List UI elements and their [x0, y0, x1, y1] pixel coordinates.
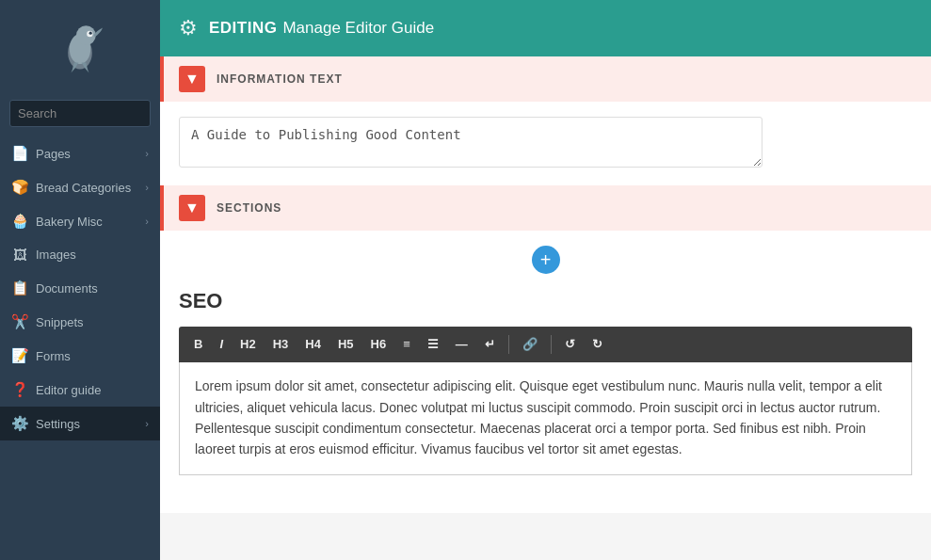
sidebar-item-bakery-misc[interactable]: 🧁 Bakery Misc › [0, 204, 160, 238]
sidebar-nav: 📄 Pages › 🍞 Bread Categories › 🧁 Bakery … [0, 136, 160, 560]
forms-icon: 📝 [11, 347, 28, 364]
information-text-input[interactable]: A Guide to Publishing Good Content [179, 117, 762, 168]
toolbar-separator [508, 335, 509, 354]
link-button[interactable]: 🔗 [515, 332, 545, 357]
search-box: 🔍 [9, 100, 151, 127]
sidebar-item-label: Bread Categories [36, 181, 145, 195]
h4-button[interactable]: H4 [297, 332, 329, 357]
rte-body[interactable]: Lorem ipsum dolor sit amet, consectetur … [179, 362, 912, 475]
sections-toggle[interactable]: ▼ [179, 195, 205, 221]
main-content: ⚙ EDITING Manage Editor Guide ▼ INFORMAT… [160, 0, 931, 560]
bakery-misc-icon: 🧁 [11, 213, 28, 230]
chevron-down-icon: ▼ [185, 200, 200, 216]
chevron-down-icon: ▼ [185, 71, 200, 88]
add-section-button[interactable]: + [532, 246, 560, 274]
sidebar-item-label: Settings [36, 417, 145, 431]
gear-icon: ⚙ [179, 16, 198, 40]
sections-content: + SEO B I H2 H3 H4 H5 H6 ≡ ☰ — ↵ [160, 231, 931, 513]
chevron-right-icon: › [145, 216, 149, 227]
information-text-toggle[interactable]: ▼ [179, 66, 205, 92]
sidebar-item-documents[interactable]: 📋 Documents [0, 271, 160, 305]
sidebar-item-label: Snippets [36, 315, 149, 329]
sections-header[interactable]: ▼ SECTIONS [160, 185, 931, 231]
h2-button[interactable]: H2 [233, 332, 264, 357]
undo-button[interactable]: ↺ [557, 332, 583, 357]
images-icon: 🖼 [11, 247, 28, 263]
sections-section: ▼ SECTIONS + SEO B I H2 H3 H4 H5 H6 [160, 185, 931, 513]
sidebar-item-snippets[interactable]: ✂️ Snippets [0, 305, 160, 339]
rte-toolbar: B I H2 H3 H4 H5 H6 ≡ ☰ — ↵ 🔗 ↺ ↻ [179, 327, 912, 362]
information-text-section: ▼ INFORMATION TEXT A Guide to Publishing… [160, 56, 931, 185]
sections-title: SECTIONS [217, 201, 281, 215]
chevron-right-icon: › [145, 182, 149, 193]
chevron-right-icon: › [145, 148, 149, 159]
editing-label: EDITING [209, 19, 277, 38]
settings-icon: ⚙️ [11, 415, 28, 432]
plus-icon: + [540, 249, 552, 271]
bread-categories-icon: 🍞 [11, 179, 28, 196]
header-subtitle: Manage Editor Guide [282, 19, 434, 38]
sidebar-item-images[interactable]: 🖼 Images [0, 238, 160, 271]
toolbar-separator-2 [551, 335, 552, 354]
editor-content: ▼ INFORMATION TEXT A Guide to Publishing… [160, 56, 931, 560]
pages-icon: 📄 [11, 145, 28, 162]
bird-logo-icon [56, 19, 104, 75]
bold-button[interactable]: B [186, 332, 210, 357]
h6-button[interactable]: H6 [363, 332, 394, 357]
documents-icon: 📋 [11, 280, 28, 296]
sidebar-item-pages[interactable]: 📄 Pages › [0, 136, 160, 170]
page-header: ⚙ EDITING Manage Editor Guide [160, 0, 931, 56]
information-text-header[interactable]: ▼ INFORMATION TEXT [160, 56, 931, 102]
seo-title: SEO [179, 289, 912, 313]
sidebar-item-forms[interactable]: 📝 Forms [0, 339, 160, 373]
sidebar-item-editor-guide[interactable]: ❓ Editor guide [0, 373, 160, 407]
svg-point-4 [89, 32, 92, 35]
redo-button[interactable]: ↻ [585, 332, 610, 357]
information-text-title: INFORMATION TEXT [217, 72, 343, 86]
h5-button[interactable]: H5 [330, 332, 361, 357]
sidebar-item-bread-categories[interactable]: 🍞 Bread Categories › [0, 170, 160, 204]
sidebar-item-label: Documents [36, 281, 149, 296]
italic-button[interactable]: I [212, 332, 231, 357]
h3-button[interactable]: H3 [265, 332, 297, 357]
snippets-icon: ✂️ [11, 313, 28, 330]
app-logo [0, 0, 160, 94]
enter-button[interactable]: ↵ [477, 332, 503, 357]
sidebar-item-label: Forms [36, 349, 149, 363]
ol-button[interactable]: ☰ [420, 332, 446, 357]
sidebar: 🔍 📄 Pages › 🍞 Bread Categories › 🧁 Baker… [0, 0, 160, 560]
sidebar-item-label: Editor guide [36, 383, 149, 397]
svg-point-2 [76, 25, 96, 45]
chevron-right-icon: › [145, 418, 149, 429]
hr-button[interactable]: — [448, 332, 475, 357]
sidebar-item-label: Pages [36, 147, 145, 161]
sidebar-item-label: Images [36, 248, 149, 262]
sidebar-item-settings[interactable]: ⚙️ Settings › [0, 407, 160, 440]
ul-button[interactable]: ≡ [395, 332, 418, 357]
sidebar-item-label: Bakery Misc [36, 215, 145, 229]
search-input[interactable] [10, 101, 151, 126]
editor-guide-icon: ❓ [11, 381, 28, 398]
information-text-content: A Guide to Publishing Good Content [160, 102, 931, 185]
